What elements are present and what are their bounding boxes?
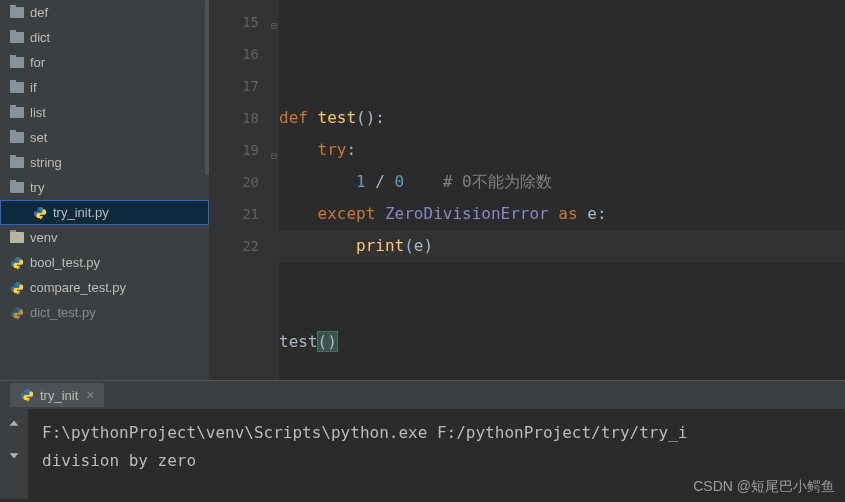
tree-label: venv [30,230,57,245]
tree-item-if[interactable]: if [0,75,209,100]
python-file-icon [10,256,24,270]
tree-item-set[interactable]: set [0,125,209,150]
tree-label: if [30,80,37,95]
tree-item-venv[interactable]: venv [0,225,209,250]
line-number: 18 [209,102,259,134]
folder-icon [10,107,24,118]
python-file-icon [20,388,34,402]
tree-label: bool_test.py [30,255,100,270]
tree-label: def [30,5,48,20]
tree-item-def[interactable]: def [0,0,209,25]
tree-item-try-init[interactable]: try_init.py [0,200,209,225]
folder-icon [10,182,24,193]
line-number: 20 [209,166,259,198]
code-lines[interactable]: def test(): try: 1 / 0 # 0不能为除数 except Z… [279,102,845,358]
run-tab[interactable]: try_init × [10,383,104,407]
tree-item-dict[interactable]: dict [0,25,209,50]
tree-label: compare_test.py [30,280,126,295]
line-number: 17 [209,70,259,102]
tree-label: try [30,180,44,195]
tree-item-dict-test[interactable]: dict_test.py [0,300,209,325]
console-line: F:\pythonProject\venv\Scripts\python.exe… [42,423,687,442]
tree-label: for [30,55,45,70]
tree-label: list [30,105,46,120]
line-gutter: 15 16 17 18 19 20 21 22 ⊟ ⊟ [209,0,279,380]
run-tab-label: try_init [40,388,78,403]
folder-icon [10,157,24,168]
console-toolbar [0,409,28,499]
project-tree[interactable]: def dict for if list set string try try_… [0,0,209,380]
tree-label: try_init.py [53,205,109,220]
fold-icon[interactable]: ⊟ [271,10,277,42]
tree-item-bool-test[interactable]: bool_test.py [0,250,209,275]
folder-icon [10,132,24,143]
line-number: 19 [209,134,259,166]
line-number: 21 [209,198,259,230]
folder-icon [10,7,24,18]
folder-icon [10,82,24,93]
console-line: division by zero [42,451,196,470]
code-editor[interactable]: 15 16 17 18 19 20 21 22 ⊟ ⊟ def test(): … [209,0,845,380]
line-number: 15 [209,6,259,38]
line-number: 16 [209,38,259,70]
folder-icon [10,232,24,243]
python-file-icon [10,306,24,320]
tree-item-try[interactable]: try [0,175,209,200]
folder-icon [10,32,24,43]
python-file-icon [33,206,47,220]
tree-item-string[interactable]: string [0,150,209,175]
folder-icon [10,57,24,68]
watermark: CSDN @短尾巴小鳄鱼 [693,478,835,496]
line-number: 22 [209,230,259,262]
tree-item-for[interactable]: for [0,50,209,75]
tree-label: string [30,155,62,170]
python-file-icon [10,281,24,295]
tree-item-list[interactable]: list [0,100,209,125]
tree-item-compare-test[interactable]: compare_test.py [0,275,209,300]
scroll-down-icon[interactable] [7,448,21,465]
tree-label: dict [30,30,50,45]
tree-label: dict_test.py [30,305,96,320]
tree-label: set [30,130,47,145]
scroll-up-icon[interactable] [7,417,21,434]
close-icon[interactable]: × [86,387,94,403]
fold-icon[interactable]: ⊟ [271,140,277,172]
